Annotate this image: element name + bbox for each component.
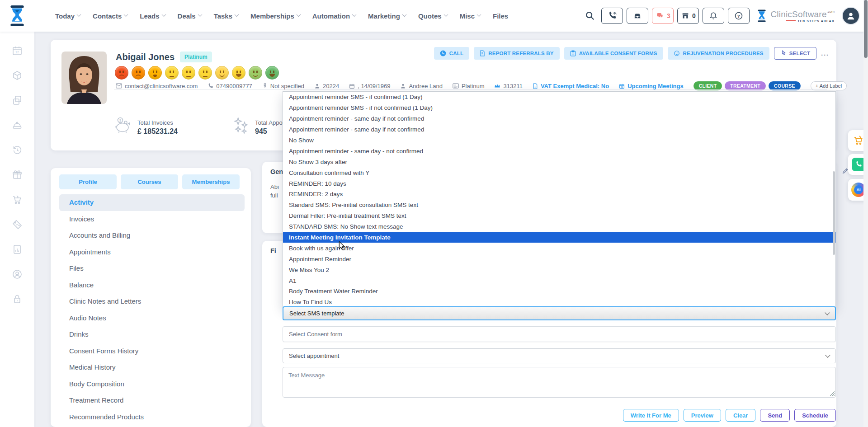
nav-item[interactable]: Automation <box>312 12 356 20</box>
mood-face-button[interactable] <box>198 66 212 80</box>
dropdown-option[interactable]: Body Treatment Water Reminder <box>283 286 835 297</box>
nav-item[interactable]: Misc <box>460 12 481 20</box>
section-list-item[interactable]: Clinic Notes and Letters <box>59 293 245 310</box>
dropdown-option[interactable]: REMINDER: 10 days <box>283 178 835 189</box>
mood-face-button[interactable] <box>249 66 262 80</box>
nav-item[interactable]: Files <box>493 12 508 20</box>
nav-item[interactable]: Deals <box>178 12 202 20</box>
nav-item[interactable]: Marketing <box>368 12 406 20</box>
dropdown-option[interactable]: REMINDER: 2 days <box>283 189 835 200</box>
user-avatar[interactable] <box>842 7 860 25</box>
gift-icon[interactable] <box>12 169 23 180</box>
account-icon[interactable] <box>12 269 23 280</box>
notifications-button[interactable] <box>703 8 724 24</box>
dropdown-option[interactable]: Appointment reminder - same day if not c… <box>283 113 835 124</box>
nav-item[interactable]: Memberships <box>250 12 300 20</box>
mood-face-button[interactable] <box>215 66 229 80</box>
dropdown-option[interactable]: How To Find Us <box>283 297 835 307</box>
section-list-item[interactable]: Appointments <box>59 244 245 261</box>
messages-button[interactable]: 3 <box>652 8 674 24</box>
dropdown-option[interactable]: Appointment Reminder <box>283 253 835 264</box>
sms-template-select[interactable]: Select SMS template <box>283 306 836 320</box>
section-list-item[interactable]: Balance <box>59 277 245 294</box>
mood-face-button[interactable] <box>265 66 279 80</box>
food-cover-icon[interactable] <box>12 120 23 131</box>
schedule-button[interactable]: Schedule <box>794 409 836 422</box>
mood-face-button[interactable] <box>165 66 179 80</box>
dropdown-option[interactable]: Instant Meeting Invitation Template <box>283 232 835 243</box>
text-message-textarea[interactable]: Text Message <box>283 367 836 398</box>
nav-item[interactable]: Tasks <box>214 12 238 20</box>
nav-item[interactable]: Quotes <box>418 12 448 20</box>
dropdown-option[interactable]: Standard SMS: Pre-initial consultation S… <box>283 200 835 211</box>
consent-form-select[interactable]: Select Consent form <box>283 326 836 342</box>
dropdown-option[interactable]: We Miss You 2 <box>283 264 835 275</box>
app-logo-hourglass-icon[interactable] <box>7 4 27 28</box>
dropdown-option[interactable]: No Show <box>283 135 835 146</box>
mood-face-button[interactable] <box>132 66 145 80</box>
dropdown-option[interactable]: Book with us again offer <box>283 243 835 253</box>
mood-face-button[interactable] <box>115 66 128 80</box>
add-label-button[interactable]: + Add Label <box>811 81 847 90</box>
search-icon[interactable] <box>585 11 595 21</box>
dropdown-option[interactable]: Appointment reminder - same day if not c… <box>283 124 835 135</box>
section-list-item[interactable]: Drinks <box>59 326 245 343</box>
consent-forms-button[interactable]: AVAILABLE CONSENT FORMS <box>564 47 663 60</box>
package-icon[interactable] <box>12 70 23 81</box>
dropdown-option[interactable]: No Show 3 days after <box>283 156 835 167</box>
dropdown-option[interactable]: Consultation confirmed with Y <box>283 167 835 178</box>
mood-face-button[interactable] <box>182 66 195 80</box>
section-list-item[interactable]: Recommended Products <box>59 409 245 426</box>
appointment-select[interactable]: Select appointment <box>283 348 836 363</box>
more-actions-button[interactable]: ... <box>821 50 829 57</box>
dropdown-option[interactable]: STANDARD SMS: No Show text message <box>283 221 835 232</box>
upcoming-meetings-link[interactable]: 12Upcoming Meetings <box>619 83 684 89</box>
cart-icon[interactable] <box>12 194 23 205</box>
call-button[interactable]: CALL <box>434 47 469 60</box>
section-list-item[interactable]: Audio Notes <box>59 310 245 327</box>
preview-button[interactable]: Preview <box>684 409 721 422</box>
panel-tab[interactable]: Profile <box>59 174 117 189</box>
send-button[interactable]: Send <box>760 409 790 422</box>
clear-button[interactable]: Clear <box>726 409 756 422</box>
panel-tab[interactable]: Memberships <box>182 174 240 189</box>
section-list-item[interactable]: Consent Forms History <box>59 343 245 360</box>
report-icon[interactable] <box>12 244 23 255</box>
dropdown-option[interactable]: Appointment reminder SMS - if not confir… <box>283 103 835 113</box>
section-list-item[interactable]: Files <box>59 260 245 277</box>
voucher-icon[interactable] <box>12 219 23 230</box>
store-button[interactable]: 0 <box>677 8 699 24</box>
dropdown-option[interactable]: Dermal Filler: Pre-initial treatment SMS… <box>283 211 835 221</box>
page-scrollbar-thumb[interactable] <box>864 0 868 58</box>
dropdown-option[interactable]: Appointment reminder - same day - not co… <box>283 145 835 156</box>
mood-face-button[interactable] <box>148 66 162 80</box>
nav-item[interactable]: Contacts <box>93 12 127 20</box>
client-photo[interactable] <box>61 52 107 104</box>
rejuvenation-button[interactable]: REJUVENATION PROCEDURES <box>668 47 769 60</box>
section-list-item[interactable]: Invoices <box>59 211 245 228</box>
history-icon[interactable] <box>12 145 23 155</box>
section-list-item[interactable]: Treatment Record <box>59 392 245 409</box>
help-button[interactable]: ? <box>728 8 750 24</box>
inbox-button[interactable] <box>627 8 648 24</box>
panel-tab[interactable]: Courses <box>121 174 178 189</box>
section-list-item[interactable]: Activity <box>59 194 245 211</box>
mood-face-button[interactable] <box>232 66 245 80</box>
report-referrals-button[interactable]: REPORT REFERRALS BY <box>474 47 559 60</box>
section-list-item[interactable]: Body Composition <box>59 376 245 393</box>
copy-pages-icon[interactable] <box>12 95 23 106</box>
dialer-button[interactable] <box>601 8 623 24</box>
dropdown-option[interactable]: Appointment reminder SMS - if confirmed … <box>283 92 835 103</box>
nav-item[interactable]: Today <box>55 12 80 20</box>
write-it-for-me-button[interactable]: Write It For Me <box>623 409 679 422</box>
dropdown-scrollbar-thumb[interactable] <box>833 171 835 255</box>
select-button[interactable]: SELECT <box>774 47 817 60</box>
dropdown-option[interactable]: A1 <box>283 275 835 286</box>
calendar-icon[interactable]: 12 <box>12 45 23 56</box>
section-list-item[interactable]: Medical History <box>59 359 245 376</box>
nav-item[interactable]: Leads <box>140 12 165 20</box>
vat-link[interactable]: VAT Exempt Medical: No <box>533 83 609 89</box>
section-list-item[interactable]: Accounts and Billing <box>59 227 245 244</box>
lock-icon[interactable] <box>12 294 23 305</box>
resize-grip[interactable] <box>830 391 835 396</box>
